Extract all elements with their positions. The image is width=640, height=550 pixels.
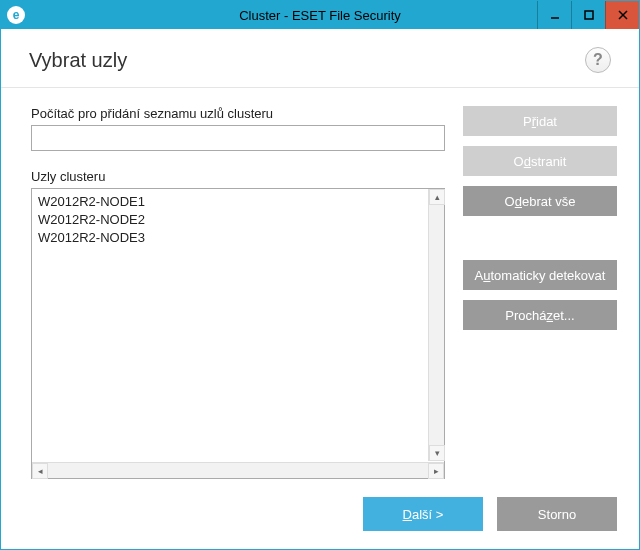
help-button[interactable]: ? [585,47,611,73]
page-title: Vybrat uzly [29,49,127,72]
dialog-footer: Další > Storno [1,479,639,549]
content-area: Počítač pro přidání seznamu uzlů cluster… [1,88,639,479]
close-button[interactable] [605,1,639,29]
titlebar: e Cluster - ESET File Security [1,1,639,29]
remove-button: Odstranit [463,146,617,176]
list-item[interactable]: W2012R2-NODE3 [38,229,438,247]
cluster-nodes-listwrap: W2012R2-NODE1W2012R2-NODE2W2012R2-NODE3 … [31,188,445,479]
right-column: Přidat Odstranit Odebrat vše Automaticky… [463,106,617,479]
add-computer-input[interactable] [31,125,445,151]
browse-button[interactable]: Procházet... [463,300,617,330]
horizontal-scrollbar[interactable]: ◂ ▸ [32,462,444,478]
svg-rect-1 [585,11,593,19]
add-button: Přidat [463,106,617,136]
auto-detect-button[interactable]: Automaticky detekovat [463,260,617,290]
maximize-button[interactable] [571,1,605,29]
list-item[interactable]: W2012R2-NODE2 [38,211,438,229]
scroll-right-icon[interactable]: ▸ [428,463,444,479]
scroll-left-icon[interactable]: ◂ [32,463,48,479]
scroll-down-icon[interactable]: ▾ [429,445,445,461]
scroll-up-icon[interactable]: ▴ [429,189,445,205]
app-logo-icon: e [7,6,25,24]
remove-all-button[interactable]: Odebrat vše [463,186,617,216]
dialog-header: Vybrat uzly ? [1,29,639,88]
cluster-nodes-list[interactable]: W2012R2-NODE1W2012R2-NODE2W2012R2-NODE3 [31,188,445,479]
cluster-nodes-label: Uzly clusteru [31,169,445,184]
cancel-button[interactable]: Storno [497,497,617,531]
dialog-window: e Cluster - ESET File Security Vybrat uz… [0,0,640,550]
next-button[interactable]: Další > [363,497,483,531]
left-column: Počítač pro přidání seznamu uzlů cluster… [31,106,445,479]
vertical-scrollbar[interactable]: ▴ ▾ [428,189,444,461]
add-computer-label: Počítač pro přidání seznamu uzlů cluster… [31,106,445,121]
window-controls [537,1,639,29]
minimize-button[interactable] [537,1,571,29]
list-item[interactable]: W2012R2-NODE1 [38,193,438,211]
